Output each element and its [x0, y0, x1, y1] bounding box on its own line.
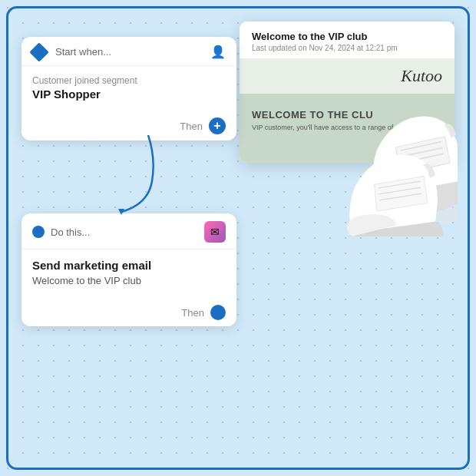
card1-main: VIP Shopper	[32, 88, 226, 101]
do-this-wrapper: Do this... ✉ Send marketing email Welcom…	[21, 213, 236, 326]
card1-body: Customer joined segment VIP Shopper	[21, 66, 236, 111]
add-step-button[interactable]: +	[209, 117, 226, 134]
card1-header: Start when... 👤	[21, 37, 236, 66]
card1-connector: Then +	[21, 111, 236, 140]
email-header: Welcome to the VIP club Last updated on …	[240, 21, 455, 58]
do-this-card[interactable]: Do this... ✉ Send marketing email Welcom…	[21, 213, 236, 326]
card1-label: Start when...	[55, 46, 111, 58]
workflow-area: Start when... 👤 Customer joined segment …	[21, 37, 236, 140]
card1-then-label: Then	[180, 121, 203, 132]
then-dot-icon	[210, 305, 226, 320]
card2-then-label: Then	[181, 307, 204, 319]
card2-body: Send marketing email Welcome to the VIP …	[21, 250, 236, 299]
card2-header: Do this... ✉	[21, 213, 236, 250]
card1-sub: Customer joined segment	[32, 75, 226, 86]
main-content: Welcome to the VIP club Last updated on …	[6, 6, 470, 470]
email-action-icon: ✉	[204, 221, 226, 243]
trigger-diamond-icon	[29, 42, 48, 61]
shoe-svg	[335, 83, 458, 236]
shoe-illustration	[335, 83, 458, 236]
email-envelope-icon: ✉	[210, 226, 220, 238]
card2-main: Send marketing email	[32, 259, 226, 272]
card2-header-left: Do this...	[32, 226, 90, 238]
do-this-dot-icon	[32, 226, 45, 238]
card1-header-left: Start when...	[32, 45, 111, 59]
email-preview-subtitle: Last updated on Nov 24, 2024 at 12:21 pm	[252, 44, 442, 52]
email-preview-title: Welcome to the VIP club	[252, 31, 442, 42]
card2-connector: Then	[21, 299, 236, 326]
card2-sub: Welcome to the VIP club	[32, 275, 226, 286]
start-when-card[interactable]: Start when... 👤 Customer joined segment …	[21, 37, 236, 140]
card2-label: Do this...	[51, 226, 90, 238]
person-icon: 👤	[210, 45, 226, 59]
